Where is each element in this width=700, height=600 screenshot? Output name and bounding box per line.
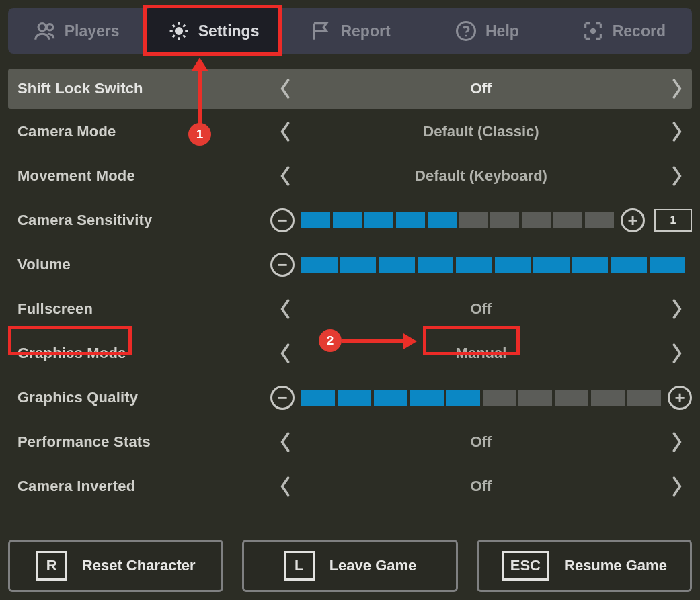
key-hint: R	[36, 551, 67, 581]
reset-character-button[interactable]: R Reset Character	[8, 540, 223, 592]
slider-segment[interactable]	[490, 212, 519, 228]
sensitivity-value-box[interactable]: 1	[654, 209, 692, 232]
row-fullscreen: Fullscreen Off	[8, 288, 692, 331]
button-label: Leave Game	[329, 557, 417, 574]
slider-segment[interactable]	[338, 390, 371, 406]
increase-button[interactable]: +	[621, 208, 645, 232]
prev-button[interactable]	[270, 427, 301, 458]
next-button[interactable]	[661, 116, 692, 147]
tab-label: Report	[340, 22, 390, 40]
prev-button[interactable]	[270, 161, 301, 191]
slider-segment[interactable]	[301, 257, 338, 273]
slider-segment[interactable]	[495, 257, 531, 273]
slider-segment[interactable]	[483, 390, 516, 406]
next-button[interactable]	[661, 161, 692, 191]
prev-button[interactable]	[270, 338, 301, 369]
row-camera-inverted: Camera Inverted Off	[8, 465, 692, 508]
setting-label: Shift Lock Switch	[8, 80, 270, 97]
tab-players[interactable]: Players	[8, 8, 145, 54]
slider-segment[interactable]	[533, 257, 570, 273]
row-movement-mode: Movement Mode Default (Keyboard)	[8, 155, 692, 198]
slider-segment[interactable]	[301, 390, 335, 406]
setting-label: Fullscreen	[8, 300, 270, 318]
svg-point-5	[590, 28, 596, 34]
svg-point-4	[465, 35, 467, 37]
slider-segment[interactable]	[572, 257, 609, 273]
slider-segment[interactable]	[333, 212, 362, 228]
key-hint: L	[284, 551, 315, 581]
slider-segment[interactable]	[340, 257, 377, 273]
tab-report[interactable]: Report	[282, 8, 418, 54]
next-button[interactable]	[661, 338, 692, 369]
prev-button[interactable]	[270, 73, 301, 104]
slider-segment[interactable]	[555, 390, 588, 406]
slider-segment[interactable]	[518, 390, 552, 406]
slider-segment[interactable]	[591, 390, 625, 406]
gear-icon	[167, 19, 190, 42]
slider-segment[interactable]	[379, 257, 415, 273]
annotation-arrow-2	[342, 331, 417, 351]
slider-volume[interactable]	[301, 257, 685, 273]
slider-segment[interactable]	[364, 212, 393, 228]
row-camera-mode: Camera Mode Default (Classic)	[8, 110, 692, 153]
slider-segment[interactable]	[456, 257, 492, 273]
next-button[interactable]	[661, 471, 692, 502]
setting-value: Off	[301, 478, 661, 495]
row-camera-sensitivity: Camera Sensitivity − + 1	[8, 199, 692, 242]
svg-point-3	[457, 22, 475, 40]
setting-label: Graphics Quality	[8, 389, 270, 406]
slider-camera-sensitivity[interactable]	[301, 212, 614, 228]
slider-segment[interactable]	[553, 212, 582, 228]
next-button[interactable]	[661, 294, 692, 325]
slider-segment[interactable]	[611, 257, 647, 273]
prev-button[interactable]	[270, 116, 301, 147]
setting-label: Volume	[8, 256, 270, 273]
slider-segment[interactable]	[374, 390, 407, 406]
decrease-button[interactable]: −	[270, 386, 295, 410]
tab-help[interactable]: Help	[418, 8, 555, 54]
tab-settings[interactable]: Settings	[145, 8, 281, 54]
button-label: Resume Game	[564, 557, 667, 574]
prev-button[interactable]	[270, 294, 301, 325]
row-volume: Volume −	[8, 243, 692, 286]
slider-segment[interactable]	[301, 212, 330, 228]
next-button[interactable]	[661, 427, 692, 458]
button-label: Reset Character	[82, 557, 196, 574]
setting-label: Movement Mode	[8, 167, 270, 185]
slider-segment[interactable]	[459, 212, 488, 228]
slider-segment[interactable]	[650, 257, 686, 273]
slider-segment[interactable]	[522, 212, 551, 228]
prev-button[interactable]	[270, 471, 301, 502]
slider-segment[interactable]	[410, 390, 444, 406]
tab-label: Settings	[198, 22, 260, 40]
decrease-button[interactable]: −	[270, 253, 295, 277]
setting-label: Graphics Mode	[8, 345, 270, 362]
svg-marker-9	[403, 333, 417, 349]
svg-marker-7	[191, 58, 208, 71]
slider-segment[interactable]	[418, 257, 454, 273]
slider-segment[interactable]	[396, 212, 425, 228]
slider-graphics-quality[interactable]	[301, 390, 661, 406]
decrease-button[interactable]: −	[270, 208, 295, 232]
tab-record[interactable]: Record	[555, 8, 692, 54]
slider-segment[interactable]	[585, 212, 614, 228]
resume-game-button[interactable]: ESC Resume Game	[477, 540, 692, 592]
tab-label: Players	[65, 22, 120, 40]
settings-list: Shift Lock Switch Off Camera Mode Defaul…	[8, 67, 692, 508]
svg-point-1	[46, 24, 52, 30]
flag-icon	[309, 19, 332, 42]
setting-value: Default (Keyboard)	[301, 167, 661, 185]
setting-label: Performance Stats	[8, 433, 270, 451]
setting-label: Camera Mode	[8, 123, 270, 140]
row-performance-stats: Performance Stats Off	[8, 421, 692, 464]
players-icon	[34, 19, 56, 42]
slider-segment[interactable]	[428, 212, 457, 228]
bottom-bar: R Reset Character L Leave Game ESC Resum…	[8, 540, 692, 592]
row-graphics-quality: Graphics Quality − +	[8, 376, 692, 419]
leave-game-button[interactable]: L Leave Game	[242, 540, 457, 592]
increase-button[interactable]: +	[668, 386, 692, 410]
setting-label: Camera Inverted	[8, 478, 270, 495]
next-button[interactable]	[661, 73, 692, 104]
slider-segment[interactable]	[627, 390, 661, 406]
slider-segment[interactable]	[446, 390, 480, 406]
